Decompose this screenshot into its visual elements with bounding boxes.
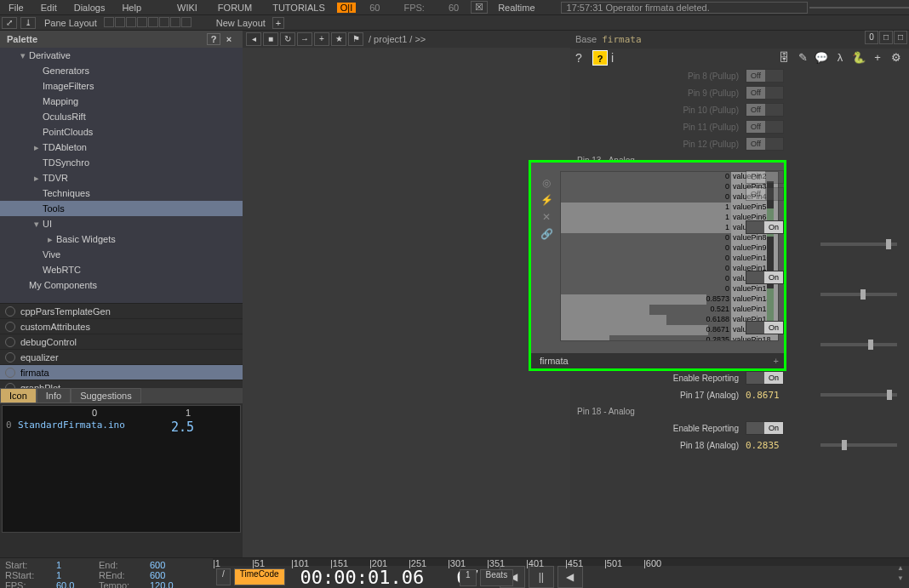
- param-slider[interactable]: [820, 393, 897, 397]
- beats-button[interactable]: Beats: [480, 569, 514, 586]
- comment-icon[interactable]: 💬: [814, 50, 829, 66]
- time-display[interactable]: 00:00:01.06: [289, 567, 437, 588]
- link-icon[interactable]: 🔗: [538, 225, 555, 243]
- tree-item[interactable]: Generators: [0, 63, 243, 78]
- node-name-label[interactable]: firmata +: [531, 353, 784, 368]
- tree-item[interactable]: Vive: [0, 247, 243, 262]
- add-layout-button[interactable]: +: [272, 17, 284, 29]
- tree-item[interactable]: ▸TDAbleton: [0, 140, 243, 155]
- close-flag-icon[interactable]: ✕: [538, 208, 555, 225]
- tree-item[interactable]: WebRTC: [0, 262, 243, 277]
- toggle[interactable]: Off: [746, 86, 784, 100]
- network-viewport[interactable]: ◎ ⚡ ✕ 🔗 0valuePin20valuePin30valuePin41v…: [243, 48, 570, 557]
- toggle[interactable]: On: [746, 271, 784, 284]
- tree-item[interactable]: Tools: [0, 201, 243, 216]
- timecode-button[interactable]: TimeCode: [234, 568, 285, 585]
- nav-back-button[interactable]: ◂: [246, 32, 261, 46]
- component-item[interactable]: debugControl: [0, 334, 243, 350]
- corner-b[interactable]: □: [894, 31, 907, 44]
- python-icon[interactable]: 🐍: [851, 50, 866, 66]
- menu-edit[interactable]: Edit: [32, 3, 66, 13]
- lang-icon[interactable]: λ: [832, 50, 848, 66]
- nav-star-button[interactable]: ★: [331, 32, 346, 46]
- palette-help-button[interactable]: ?: [207, 33, 220, 45]
- tree-item[interactable]: My Components: [0, 277, 243, 293]
- nav-fwd-button[interactable]: →: [297, 32, 312, 46]
- toggle[interactable]: Off: [746, 69, 784, 83]
- component-list[interactable]: cppParsTemplateGencustomAttributesdebugC…: [0, 303, 243, 388]
- tab-info[interactable]: Info: [37, 388, 71, 403]
- toggle[interactable]: Off: [746, 187, 784, 201]
- params-scroll[interactable]: ▲ ▼: [895, 564, 906, 585]
- palette-tree[interactable]: ▾DerivativeGeneratorsImageFiltersMapping…: [0, 48, 243, 303]
- gear-icon[interactable]: ⚙: [889, 50, 904, 66]
- save-layout-icon[interactable]: ⤓: [20, 17, 36, 29]
- expand-icon[interactable]: ⤢: [2, 17, 17, 29]
- param-slider[interactable]: [820, 343, 897, 346]
- tree-item[interactable]: Mapping: [0, 94, 243, 109]
- play-back-button[interactable]: ◀: [557, 566, 583, 588]
- toggle[interactable]: Off: [746, 103, 784, 117]
- pause-button[interactable]: ||: [529, 566, 554, 588]
- component-item[interactable]: customAttributes: [0, 319, 243, 334]
- param-slider[interactable]: [820, 293, 897, 296]
- param-value[interactable]: 0.2835: [746, 440, 814, 451]
- viewer-icon[interactable]: ◎: [538, 174, 555, 191]
- params-wiki-icon[interactable]: ?: [592, 50, 608, 66]
- menu-help[interactable]: Help: [113, 3, 150, 13]
- corner-a[interactable]: □: [879, 31, 893, 44]
- component-item[interactable]: cppParsTemplateGen: [0, 304, 243, 319]
- tree-item[interactable]: ▸TDVR: [0, 170, 243, 186]
- nav-flag-button[interactable]: ⚑: [348, 32, 363, 46]
- layout-presets[interactable]: [104, 17, 192, 29]
- params-info-icon[interactable]: i: [611, 51, 625, 65]
- edit-icon[interactable]: ✎: [795, 50, 810, 66]
- toggle[interactable]: Off: [746, 137, 784, 151]
- db-icon[interactable]: 🗄: [776, 50, 792, 66]
- node-minibar[interactable]: [767, 181, 774, 334]
- tab-icon[interactable]: Icon: [0, 388, 37, 403]
- component-item[interactable]: equalizer: [0, 350, 243, 365]
- scroll-down-icon[interactable]: ▼: [895, 574, 906, 585]
- opname-field[interactable]: firmata: [602, 34, 641, 45]
- network-path[interactable]: / project1 / >>: [369, 34, 426, 44]
- nav-stop-button[interactable]: ■: [263, 32, 278, 46]
- tree-item[interactable]: OculusRift: [0, 109, 243, 124]
- realtime-checkbox[interactable]: ☒: [471, 1, 488, 14]
- toggle[interactable]: Off: [746, 170, 784, 184]
- activity-icon[interactable]: ⚡: [538, 191, 555, 208]
- param-value[interactable]: 0.8671: [746, 390, 814, 401]
- tree-item[interactable]: ImageFilters: [0, 78, 243, 94]
- menu-file[interactable]: File: [0, 3, 32, 13]
- nav-add-button[interactable]: +: [314, 32, 329, 46]
- link-forum[interactable]: FORUM: [208, 3, 262, 13]
- tc-slash-button[interactable]: /: [216, 568, 231, 585]
- palette-close-button[interactable]: ×: [222, 34, 236, 44]
- tree-item[interactable]: TDSynchro: [0, 155, 243, 170]
- param-slider[interactable]: [820, 443, 897, 447]
- toggle[interactable]: On: [746, 421, 784, 435]
- tree-item[interactable]: PointClouds: [0, 124, 243, 140]
- timeline-ruler[interactable]: |1|51|101|151|201|251|301|351|401|451|50…: [213, 558, 909, 566]
- component-item[interactable]: firmata: [0, 365, 243, 380]
- corner-zero[interactable]: 0: [865, 31, 878, 44]
- tree-item[interactable]: Techniques: [0, 186, 243, 201]
- component-item[interactable]: graphPlot: [0, 380, 243, 388]
- toggle[interactable]: On: [746, 371, 784, 385]
- oi-toggle[interactable]: O|I: [337, 3, 356, 13]
- tree-item[interactable]: ▾UI: [0, 216, 243, 231]
- tree-item[interactable]: ▾Derivative: [0, 48, 243, 63]
- tc-one-button[interactable]: 1: [460, 569, 477, 586]
- link-wiki[interactable]: WIKI: [167, 3, 208, 13]
- menu-dialogs[interactable]: Dialogs: [66, 3, 114, 13]
- param-slider[interactable]: [820, 243, 897, 246]
- link-tutorials[interactable]: TUTORIALS: [262, 3, 335, 13]
- new-layout-label[interactable]: New Layout: [216, 18, 266, 28]
- add-param-icon[interactable]: +: [870, 50, 885, 66]
- toggle[interactable]: On: [746, 220, 784, 234]
- tree-item[interactable]: ▸Basic Widgets: [0, 231, 243, 247]
- params-help-icon[interactable]: ?: [575, 51, 589, 65]
- tab-suggestions[interactable]: Suggestions: [71, 388, 141, 403]
- nav-refresh-button[interactable]: ↻: [280, 32, 295, 46]
- toggle[interactable]: On: [746, 321, 784, 334]
